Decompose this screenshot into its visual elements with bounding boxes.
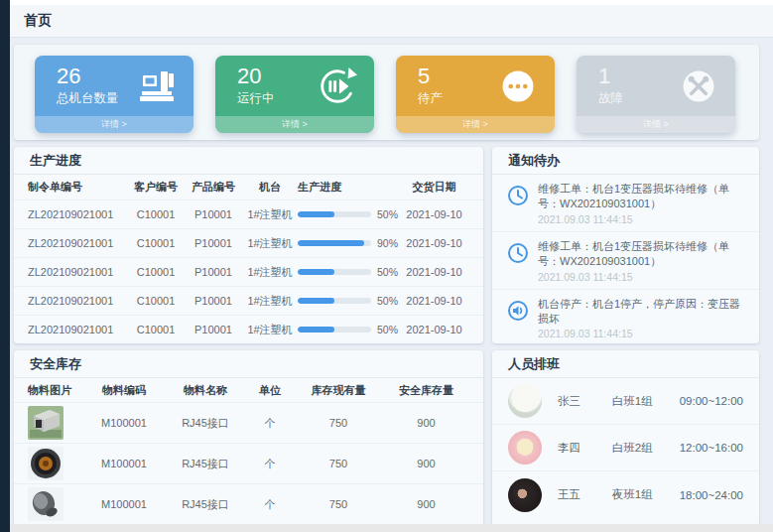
notification-text: 机台停产：机台1停产，停产原因：变压器损坏 — [538, 297, 745, 328]
stat-cards-panel: 26 总机台数量 — [14, 45, 759, 140]
production-table-header: 制令单编号 客户编号 产品编号 机台 生产进度 交货日期 — [14, 175, 483, 200]
stat-card-running[interactable]: 20 运行中 详情 > — [215, 56, 374, 133]
cell-customer: C10001 — [127, 208, 185, 220]
cell-stock: 750 — [294, 498, 383, 510]
clock-icon — [506, 184, 530, 207]
stat-card-details-link[interactable]: 详情 > — [215, 116, 374, 133]
ellipsis-icon — [497, 66, 539, 107]
col-header-stock: 库存现有量 — [294, 383, 383, 398]
dashboard-window: 首页 26 总机台数量 — [0, 0, 773, 532]
stat-card-details-link[interactable]: 详情 > — [577, 116, 735, 133]
table-row[interactable]: ZL202109021001 C10001 P10001 1#注塑机 90% 2… — [14, 228, 483, 257]
cell-name: RJ45接口 — [165, 416, 246, 431]
stat-label: 故障 — [598, 90, 623, 107]
list-item[interactable]: 维修工单：机台1变压器损坏待维修（单号：WX202109031001） 2021… — [492, 175, 759, 232]
stat-value: 1 — [598, 65, 623, 88]
stat-label: 待产 — [418, 90, 443, 107]
col-header-safety: 安全库存量 — [383, 383, 469, 398]
cell-delivery: 2021-09-10 — [399, 208, 469, 220]
progress-label: 50% — [377, 266, 398, 278]
list-item[interactable]: 李四 白班2组 12:00~16:00 — [492, 425, 759, 471]
stat-card-body: 26 总机台数量 — [35, 56, 193, 116]
stat-card-waiting[interactable]: 5 待产 详情 > — [396, 56, 555, 133]
panel-title-production: 生产进度 — [14, 147, 483, 175]
person-name: 王五 — [558, 487, 612, 502]
person-name: 张三 — [558, 394, 612, 409]
cell-progress: 90% — [298, 237, 399, 249]
table-row[interactable]: ZL202109021001 C10001 P10001 1#注塑机 50% 2… — [14, 200, 483, 228]
table-row[interactable]: M100001 RJ45接口 个 750 900 — [14, 443, 483, 483]
person-name: 李四 — [558, 441, 612, 456]
cell-code: M100001 — [83, 498, 165, 510]
cell-product: P10001 — [185, 295, 242, 307]
stat-card-fault[interactable]: 1 故障 详情 > — [577, 56, 735, 133]
col-header-delivery: 交货日期 — [399, 180, 469, 195]
tab-home[interactable]: 首页 — [24, 12, 52, 30]
stat-value: 5 — [418, 65, 443, 88]
window-bottom-strip — [10, 524, 773, 532]
col-header-product: 产品编号 — [185, 180, 242, 195]
progress-bar — [298, 240, 371, 246]
col-header-image: 物料图片 — [28, 383, 83, 398]
progress-bar — [298, 269, 371, 275]
col-header-code: 物料编码 — [83, 383, 165, 398]
col-header-unit: 单位 — [246, 383, 294, 398]
cell-safety: 900 — [383, 458, 469, 469]
stat-card-body: 20 运行中 — [215, 56, 374, 116]
cell-product: P10001 — [185, 324, 242, 335]
cell-delivery: 2021-09-10 — [399, 295, 469, 307]
production-progress-panel: 生产进度 制令单编号 客户编号 产品编号 机台 生产进度 交货日期 ZL2021… — [14, 147, 483, 343]
cell-order: ZL202109021001 — [28, 237, 127, 249]
list-item[interactable]: 张三 白班1组 09:00~12:00 — [492, 378, 759, 425]
tab-bar: 首页 — [10, 5, 773, 38]
cell-customer: C10001 — [127, 266, 185, 278]
personnel-schedule-panel: 人员排班 张三 白班1组 09:00~12:00 李四 白班2组 12:00~1… — [492, 350, 759, 526]
person-shift: 白班2组 — [612, 441, 680, 456]
table-row[interactable]: ZL202109021001 C10001 P10001 1#注塑机 50% 2… — [14, 257, 483, 286]
stat-card-details-link[interactable]: 详情 > — [35, 116, 193, 133]
col-header-order: 制令单编号 — [28, 180, 127, 195]
table-row[interactable]: M100001 RJ45接口 个 750 900 — [14, 483, 483, 524]
cell-unit: 个 — [246, 457, 294, 471]
table-row[interactable]: ZL202109021001 C10001 P10001 1#注塑机 50% 2… — [14, 286, 483, 315]
cell-product: P10001 — [185, 266, 242, 278]
cell-delivery: 2021-09-10 — [399, 266, 469, 278]
speaker-front-image — [28, 447, 64, 480]
notification-text: 维修工单：机台1变压器损坏待维修（单号：WX202109031001） — [538, 182, 745, 212]
cell-code: M100001 — [83, 417, 165, 429]
person-shift: 夜班1组 — [612, 487, 680, 502]
cell-safety: 900 — [383, 498, 469, 510]
avatar — [508, 478, 542, 512]
table-row[interactable]: ZL202109021001 C10001 P10001 1#注塑机 50% 2… — [14, 315, 483, 343]
safety-inventory-panel: 安全库存 物料图片 物料编码 物料名称 单位 库存现有量 安全库存量 — [14, 350, 483, 526]
running-icon — [317, 66, 358, 107]
cell-delivery: 2021-09-10 — [399, 237, 469, 249]
cell-delivery: 2021-09-10 — [399, 324, 469, 335]
clock-icon — [506, 241, 530, 265]
tools-icon — [678, 66, 719, 107]
list-item[interactable]: 维修工单：机台1变压器损坏待维修（单号：WX202109031001） 2021… — [492, 232, 759, 290]
notifications-panel: 通知待办 维修工单：机台1变压器损坏待维修（单号：WX202109031001）… — [492, 147, 759, 343]
cell-progress: 50% — [298, 324, 399, 335]
list-item[interactable]: 机台停产：机台1停产，停产原因：变压器损坏 2021.09.03 11:44:1… — [492, 290, 759, 343]
cell-name: RJ45接口 — [165, 457, 246, 471]
cell-order: ZL202109021001 — [28, 208, 127, 220]
stat-value: 20 — [237, 65, 275, 88]
panel-title-inventory: 安全库存 — [14, 350, 483, 378]
stat-card-total-machines[interactable]: 26 总机台数量 — [35, 56, 193, 133]
notification-text: 维修工单：机台1变压器损坏待维修（单号：WX202109031001） — [538, 239, 745, 270]
table-row[interactable]: M100001 RJ45接口 个 750 900 — [14, 402, 483, 443]
stat-card-details-link[interactable]: 详情 > — [396, 116, 555, 133]
cell-customer: C10001 — [127, 324, 185, 335]
collapsed-sidebar-strip — [0, 0, 10, 532]
notification-time: 2021.09.03 11:44:15 — [538, 328, 745, 339]
stat-value: 26 — [57, 65, 119, 88]
stat-label: 运行中 — [237, 90, 275, 107]
cell-product: P10001 — [185, 237, 242, 249]
progress-label: 90% — [377, 237, 398, 249]
speaker-cone-image — [28, 487, 64, 521]
list-item[interactable]: 王五 夜班1组 18:00~24:00 — [492, 471, 759, 518]
panel-title-schedule: 人员排班 — [492, 350, 759, 378]
cell-unit: 个 — [246, 497, 294, 512]
progress-bar — [298, 327, 371, 332]
